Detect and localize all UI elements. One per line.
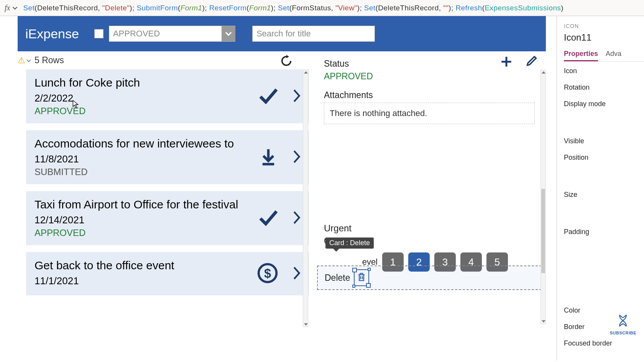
detail-column: Status APPROVED Attachments There is not… — [309, 51, 546, 327]
control-name: Icon11 — [564, 32, 644, 43]
app-header: iExpense APPROVED Search for title — [18, 16, 546, 51]
app-title: iExpense — [25, 26, 79, 41]
tooltip: Card : Delete — [325, 238, 374, 249]
property-position[interactable]: Position — [564, 154, 644, 162]
svg-text:$: $ — [264, 266, 271, 280]
attachments-box[interactable]: There is nothing attached. — [324, 103, 535, 124]
property-size[interactable]: Size — [564, 191, 644, 199]
check-icon[interactable] — [257, 85, 278, 108]
chevron-down-icon[interactable] — [222, 26, 235, 41]
item-status: SUBMITTED — [34, 167, 301, 177]
property-focused-border[interactable]: Focused border — [564, 339, 644, 347]
properties-panel: ICON Icon11 Properties Adva IconRotation… — [557, 16, 644, 361]
search-placeholder: Search for title — [256, 29, 311, 39]
canvas: iExpense APPROVED Search for title ⚠ 5 R… — [18, 16, 546, 361]
detail-scrollbar[interactable] — [540, 70, 546, 324]
property-color[interactable]: Color — [564, 306, 644, 314]
trash-icon[interactable] — [354, 269, 369, 286]
status-dropdown[interactable]: APPROVED — [109, 26, 235, 42]
list-item[interactable]: Lunch for Coke pitch 2/2/2022 APPROVED — [26, 69, 309, 123]
refresh-icon[interactable] — [280, 54, 293, 69]
gallery-scrollbar[interactable] — [303, 70, 308, 327]
check-icon[interactable] — [257, 207, 278, 230]
attachments-label: Attachments — [324, 90, 535, 100]
chevron-down-icon[interactable] — [26, 58, 31, 64]
status-value: APPROVED — [324, 71, 535, 82]
property-visible[interactable]: Visible — [564, 137, 644, 145]
formula-text[interactable]: Set(DeleteThisRecord, "Delete"); SubmitF… — [23, 3, 564, 12]
property-icon[interactable]: Icon — [564, 67, 644, 75]
delete-label: Delete — [325, 273, 350, 283]
delete-card[interactable]: Delete — [317, 265, 542, 290]
chevron-right-icon[interactable] — [292, 88, 301, 105]
subscribe-badge[interactable]: SUBSCRIBE — [610, 314, 636, 335]
formula-bar: fx Set(DeleteThisRecord, "Delete"); Subm… — [0, 0, 644, 16]
warning-icon: ⚠ — [18, 56, 25, 66]
gallery[interactable]: Lunch for Coke pitch 2/2/2022 APPROVED A… — [18, 69, 309, 311]
property-rotation[interactable]: Rotation — [564, 84, 644, 92]
property-padding[interactable]: Padding — [564, 228, 644, 236]
fx-label: fx — [3, 3, 12, 12]
chevron-right-icon[interactable] — [292, 149, 301, 166]
list-item[interactable]: Accomodations for new interviewees to 11… — [26, 130, 309, 184]
chevron-right-icon[interactable] — [292, 265, 301, 282]
search-input[interactable]: Search for title — [252, 26, 375, 42]
status-label: Status — [324, 59, 535, 69]
tab-properties[interactable]: Properties — [564, 50, 598, 61]
list-item[interactable]: Taxi from Airport to Office for the fest… — [26, 191, 309, 245]
cursor-icon — [72, 100, 79, 109]
panel-section-label: ICON — [564, 23, 644, 29]
property-display-mode[interactable]: Display mode — [564, 100, 644, 108]
tab-advanced[interactable]: Adva — [606, 50, 621, 61]
fx-dropdown-icon[interactable] — [12, 5, 18, 11]
detail-form: Status APPROVED Attachments There is not… — [313, 51, 546, 293]
urgent-label: Urgent — [324, 223, 535, 234]
filter-checkbox[interactable] — [94, 29, 104, 38]
chevron-right-icon[interactable] — [292, 210, 301, 227]
download-icon[interactable] — [258, 147, 278, 168]
rows-count: 5 Rows — [34, 55, 64, 66]
gallery-column: ⚠ 5 Rows Lunch for Coke pitch 2/2/2022 A… — [18, 51, 309, 327]
dropdown-value: APPROVED — [113, 29, 160, 39]
subscribe-text: SUBSCRIBE — [610, 331, 636, 335]
list-item[interactable]: Get back to the office event 11/1/2021 $ — [26, 252, 309, 295]
dollar-icon[interactable]: $ — [257, 262, 278, 285]
